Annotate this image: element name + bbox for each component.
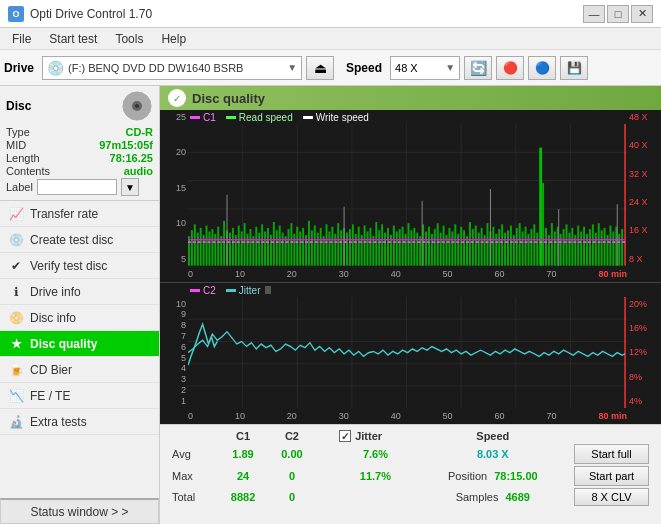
svg-rect-154: [592, 224, 594, 265]
chart1-x-axis: 0 10 20 30 40 50 60 70 80 min: [188, 266, 627, 282]
disc-info-icon: 📀: [8, 310, 24, 326]
speed-selector[interactable]: 48 X ▼: [390, 56, 460, 80]
svg-rect-72: [346, 233, 348, 266]
svg-rect-156: [598, 223, 600, 266]
jitter-checkbox[interactable]: ✓: [339, 430, 351, 442]
svg-rect-115: [472, 229, 474, 266]
chart1-c1-speed: C1 Read speed Write speed 25 20 15: [160, 110, 661, 283]
content-area: ✓ Disc quality C1 Read speed: [160, 86, 661, 524]
svg-rect-74: [352, 224, 354, 265]
settings-button2[interactable]: 🔵: [528, 56, 556, 80]
svg-rect-99: [425, 231, 427, 265]
y2-label-10: 10: [176, 299, 186, 309]
status-window-button[interactable]: Status window > >: [0, 498, 159, 524]
save-button[interactable]: 💾: [560, 56, 588, 80]
c1-legend-color: [190, 116, 200, 119]
total-c1: 8882: [217, 487, 268, 507]
menu-tools[interactable]: Tools: [107, 30, 151, 48]
title-bar: O Opti Drive Control 1.70 — □ ✕: [0, 0, 661, 28]
refresh-button[interactable]: 🔄: [464, 56, 492, 80]
y2-label-1: 1: [181, 396, 186, 406]
menu-file[interactable]: File: [4, 30, 39, 48]
sidebar-item-cd-bier[interactable]: 🍺 CD Bier: [0, 357, 159, 383]
svg-rect-122: [492, 227, 494, 266]
menu-help[interactable]: Help: [153, 30, 194, 48]
maximize-button[interactable]: □: [607, 5, 629, 23]
svg-rect-78: [364, 226, 366, 266]
chart1-svg: [188, 124, 627, 266]
stats-max-row: Max 24 0 11.7% Position 78:15.00 Start p…: [168, 465, 653, 487]
eject-button[interactable]: ⏏: [306, 56, 334, 80]
svg-rect-120: [487, 223, 489, 266]
disc-type-key: Type: [6, 126, 30, 138]
svg-rect-84: [381, 224, 383, 265]
disc-label-input[interactable]: [37, 179, 117, 195]
disc-label-key: Label: [6, 181, 33, 193]
svg-rect-96: [416, 233, 418, 266]
svg-rect-149: [577, 226, 579, 266]
sidebar-nav: 📈 Transfer rate 💿 Create test disc ✔ Ver…: [0, 201, 159, 498]
svg-rect-135: [530, 229, 532, 266]
c1-legend-label: C1: [203, 112, 216, 123]
write-speed-legend-color: [303, 116, 313, 119]
jitter-checkbox-area: ✓ Jitter: [339, 430, 411, 442]
svg-rect-50: [288, 229, 290, 266]
settings-button1[interactable]: 🔴: [496, 56, 524, 80]
close-button[interactable]: ✕: [631, 5, 653, 23]
disc-quality-icon: ★: [8, 336, 24, 352]
y2-label-8: 8: [181, 320, 186, 330]
start-part-button[interactable]: Start part: [574, 466, 649, 486]
svg-rect-49: [285, 236, 287, 266]
svg-rect-138: [545, 228, 547, 266]
sidebar-item-fe-te[interactable]: 📉 FE / TE: [0, 383, 159, 409]
svg-rect-35: [244, 223, 246, 266]
jitter-col-label: Jitter: [355, 430, 382, 442]
svg-rect-91: [402, 227, 404, 266]
y-label-20: 20: [176, 147, 186, 157]
y2-label-7: 7: [181, 331, 186, 341]
drive-selector[interactable]: 💿 (F:) BENQ DVD DD DW1640 BSRB ▼: [42, 56, 302, 80]
menu-start-test[interactable]: Start test: [41, 30, 105, 48]
svg-rect-104: [440, 233, 442, 266]
svg-rect-151: [583, 227, 585, 266]
svg-rect-27: [220, 236, 222, 266]
svg-rect-109: [454, 224, 456, 265]
svg-rect-93: [408, 223, 410, 266]
svg-rect-66: [334, 234, 336, 266]
sidebar-item-drive-info[interactable]: ℹ Drive info: [0, 279, 159, 305]
svg-rect-117: [478, 233, 480, 266]
x-label-70: 70: [546, 269, 556, 279]
svg-rect-57: [308, 221, 310, 266]
svg-rect-23: [208, 231, 210, 265]
svg-rect-39: [255, 227, 257, 266]
svg-rect-153: [589, 229, 591, 266]
svg-rect-112: [463, 230, 465, 265]
svg-rect-52: [293, 234, 295, 266]
sidebar-item-disc-info[interactable]: 📀 Disc info: [0, 305, 159, 331]
main-area: Disc Type CD-R MID 97m15:05f: [0, 86, 661, 524]
sidebar-item-create-test-disc[interactable]: 💿 Create test disc: [0, 227, 159, 253]
sidebar-item-label-transfer-rate: Transfer rate: [30, 207, 98, 221]
start-full-button[interactable]: Start full: [574, 444, 649, 464]
sidebar-item-extra-tests[interactable]: 🔬 Extra tests: [0, 409, 159, 435]
disc-type-row: Type CD-R: [6, 126, 153, 138]
y-right-40x: 40 X: [629, 140, 648, 150]
svg-rect-95: [413, 228, 415, 266]
position-label: Position: [448, 470, 487, 482]
x-label-20: 20: [287, 269, 297, 279]
svg-rect-128: [510, 226, 512, 266]
extra-tests-icon: 🔬: [8, 414, 24, 430]
label-set-button[interactable]: ▼: [121, 178, 139, 196]
sidebar-item-transfer-rate[interactable]: 📈 Transfer rate: [0, 201, 159, 227]
sidebar-item-disc-quality[interactable]: ★ Disc quality: [0, 331, 159, 357]
sidebar-item-label-extra-tests: Extra tests: [30, 415, 87, 429]
svg-rect-79: [367, 231, 369, 265]
sidebar-item-verify-test-disc[interactable]: ✔ Verify test disc: [0, 253, 159, 279]
minimize-button[interactable]: —: [583, 5, 605, 23]
disc-quality-header-icon: ✓: [168, 89, 186, 107]
svg-rect-22: [206, 226, 208, 266]
svg-rect-164: [621, 229, 623, 266]
jitter-legend-label: Jitter: [239, 285, 261, 296]
disc-length-row: Length 78:16.25: [6, 152, 153, 164]
disc-type-val: CD-R: [126, 126, 154, 138]
